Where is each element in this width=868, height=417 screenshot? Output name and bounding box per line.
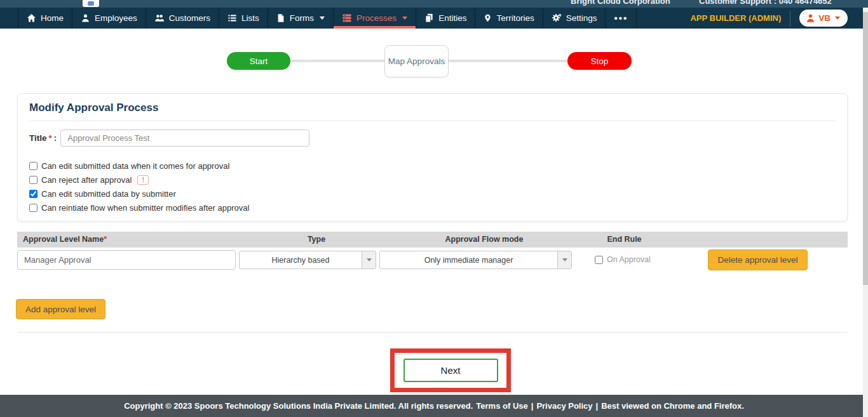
home-icon xyxy=(27,13,36,23)
workflow-map-approvals-node: Map Approvals xyxy=(384,45,449,77)
checkbox-label: Can edit submitted data by submitter xyxy=(41,189,176,199)
nav-more[interactable]: ••• xyxy=(606,8,637,29)
user-icon xyxy=(81,13,90,23)
annotation-highlight: Next xyxy=(390,348,511,392)
workflow-connector xyxy=(448,60,568,62)
nav-customers[interactable]: Customers xyxy=(146,8,219,29)
user-menu-button[interactable]: VB xyxy=(799,10,848,27)
select-arrow-icon xyxy=(557,251,571,268)
scrollbar-thumb[interactable] xyxy=(863,12,868,285)
nav-processes[interactable]: Processes xyxy=(334,8,416,29)
title-row: Title * : xyxy=(29,129,836,147)
table-header: Approval Level Name* Type Approval Flow … xyxy=(17,232,848,248)
logo-icon xyxy=(88,1,94,6)
nav-settings[interactable]: Settings xyxy=(543,8,606,29)
checkbox-label: Can edit submitted data when it comes fo… xyxy=(41,161,229,171)
checkbox-label: Can reject after approval xyxy=(41,175,132,185)
nav-entities[interactable]: Entities xyxy=(416,8,475,29)
title-colon: : xyxy=(54,133,57,143)
nav-divider xyxy=(790,10,790,27)
type-select[interactable]: Hierarchy based xyxy=(239,251,376,269)
end-rule-cell: On Approval xyxy=(595,255,651,264)
users-icon xyxy=(154,13,165,23)
required-asterisk: * xyxy=(47,133,54,143)
footer-separator: | xyxy=(531,401,534,411)
chevron-down-icon xyxy=(835,17,840,20)
map-marker-icon xyxy=(484,13,492,23)
check-row: Can edit submitted data by submitter xyxy=(29,189,836,199)
nav-label: Forms xyxy=(290,13,314,23)
select-arrow-icon xyxy=(362,251,376,268)
col-type: Type xyxy=(239,235,394,244)
workflow-stop-node: Stop xyxy=(567,52,632,70)
privacy-link[interactable]: Privacy Policy xyxy=(536,401,592,411)
role-label: APP BUILDER (ADMIN) xyxy=(690,13,781,23)
title-input[interactable] xyxy=(60,129,309,147)
type-select-value: Hierarchy based xyxy=(240,251,362,268)
can-reject-after-approval-checkbox[interactable] xyxy=(29,176,37,184)
nav-label: Customers xyxy=(169,13,210,23)
can-edit-by-submitter-checkbox[interactable] xyxy=(29,190,37,198)
col-end-rule: End Rule xyxy=(591,235,658,244)
on-approval-checkbox[interactable] xyxy=(595,256,603,264)
section-divider xyxy=(17,332,848,333)
next-button[interactable]: Next xyxy=(403,359,498,382)
workflow-start-node: Start xyxy=(227,52,290,70)
user-initials: VB xyxy=(818,13,831,23)
gears-icon xyxy=(552,13,562,23)
nav-label: Home xyxy=(41,13,64,23)
more-dots-icon: ••• xyxy=(614,13,628,23)
modify-approval-card: Modify Approval Process Title * : Can ed… xyxy=(17,93,848,222)
nav-label: Lists xyxy=(241,13,259,23)
check-row: Can reject after approval ! xyxy=(29,175,836,185)
required-asterisk: * xyxy=(104,235,107,244)
check-row: Can edit submitted data when it comes fo… xyxy=(29,161,836,171)
check-row: Can reintiate flow when submitter modifi… xyxy=(29,203,836,213)
add-approval-level-button[interactable]: Add approval level xyxy=(16,299,105,319)
checkbox-label: Can reintiate flow when submitter modifi… xyxy=(41,203,249,213)
chevron-down-icon xyxy=(402,17,407,20)
person-icon xyxy=(806,13,815,23)
nav-lists[interactable]: Lists xyxy=(219,8,268,29)
support-text: Customer Support : 040 46474652 xyxy=(699,0,832,6)
nav-right: APP BUILDER (ADMIN) VB xyxy=(690,8,868,29)
terms-link[interactable]: Terms of Use xyxy=(476,401,527,411)
col-level-name: Approval Level Name* xyxy=(23,235,107,244)
file-icon xyxy=(276,13,285,23)
nav-label: Entities xyxy=(438,13,466,23)
chevron-down-icon xyxy=(320,17,325,20)
card-divider xyxy=(29,121,836,121)
can-edit-on-approval-checkbox[interactable] xyxy=(29,162,37,170)
nav-forms[interactable]: Forms xyxy=(268,8,334,29)
stack-icon xyxy=(342,13,352,23)
warning-tooltip-icon[interactable]: ! xyxy=(137,175,149,185)
nav-employees[interactable]: Employees xyxy=(72,8,146,29)
nav-home[interactable]: Home xyxy=(18,8,72,29)
main-nav: Home Employees Customers Lists Forms Pro… xyxy=(0,8,868,29)
on-approval-label: On Approval xyxy=(607,255,651,264)
footer: Copyright © 2023 Spoors Technology Solut… xyxy=(0,395,868,417)
approval-level-name-input[interactable] xyxy=(17,250,236,270)
copyright-text: Copyright © 2023 Spoors Technology Solut… xyxy=(124,401,473,411)
workflow-connector xyxy=(290,60,385,62)
nav-label: Settings xyxy=(566,13,597,23)
best-viewed-text: Best viewed on Chrome and Firefox. xyxy=(601,401,744,411)
can-reintiate-checkbox[interactable] xyxy=(29,204,37,212)
nav-label: Territories xyxy=(496,13,534,23)
top-strip: Bright Cloud Corporation Customer Suppor… xyxy=(0,0,868,8)
delete-approval-level-button[interactable]: Delete approval level xyxy=(708,249,808,270)
scrollbar[interactable] xyxy=(863,8,868,417)
copy-icon xyxy=(424,13,434,23)
nav-label: Employees xyxy=(95,13,137,23)
checkbox-list: Can edit submitted data when it comes fo… xyxy=(29,161,836,213)
nav-territories[interactable]: Territories xyxy=(475,8,543,29)
flow-mode-select[interactable]: Only immediate manager xyxy=(379,251,572,269)
page-title: Modify Approval Process xyxy=(29,102,836,114)
list-icon xyxy=(227,13,237,23)
logo xyxy=(83,0,99,7)
title-label: Title xyxy=(29,133,47,143)
footer-separator: | xyxy=(596,401,599,411)
flow-mode-select-value: Only immediate manager xyxy=(380,251,557,268)
company-name: Bright Cloud Corporation xyxy=(571,0,670,6)
col-flow-mode: Approval Flow mode xyxy=(379,235,589,244)
